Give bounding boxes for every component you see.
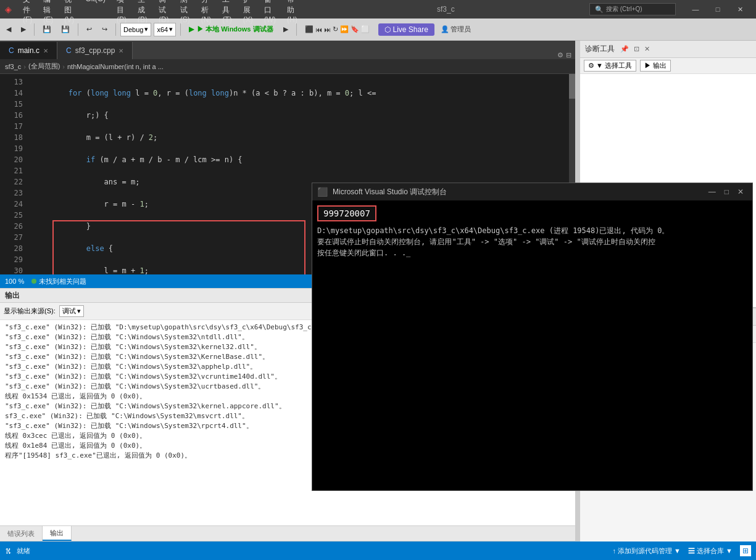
select-repo-btn[interactable]: ☰ 选择合库 ▼ — [688, 546, 733, 556]
console-line-1: D:\mysetup\gopath\src\dsy\sf3_c\x64\Debu… — [317, 225, 747, 236]
debug-icon-1[interactable]: ⬛ — [305, 25, 314, 33]
menu-help[interactable]: 帮助(H) — [282, 0, 302, 25]
title-bar: ◈ 文件(F) 编辑(E) 视图(V) Git(G) 项目(P) 生成(B) 调… — [0, 0, 756, 19]
minimize-button[interactable]: — — [684, 0, 707, 19]
toolbar-forward[interactable]: ▶ — [17, 24, 30, 35]
menu-file[interactable]: 文件(F) — [18, 0, 37, 25]
menu-analyze[interactable]: 分析(N) — [196, 0, 217, 25]
menu-git[interactable]: Git(G) — [80, 0, 110, 25]
chevron-down-icon: ▾ — [169, 25, 173, 33]
debug-config-dropdown[interactable]: Debug ▾ — [120, 23, 151, 36]
path-sep-2: › — [62, 63, 65, 70]
debug-icon-5[interactable]: ⏩ — [340, 25, 349, 33]
tab-error-list[interactable]: 错误列表 — [0, 526, 43, 541]
console-title: Microsoft Visual Studio 调试控制台 — [333, 187, 447, 197]
tab-close-icon-2[interactable]: ✕ — [118, 47, 123, 54]
toolbar-extra-1[interactable]: ▶ — [280, 24, 292, 35]
menu-window[interactable]: 窗口(W) — [259, 0, 281, 25]
panel-buttons: 📌 ⊡ ✕ — [618, 44, 652, 54]
file-icon-cpp: C — [66, 46, 72, 55]
console-maximize-button[interactable]: □ — [721, 187, 733, 196]
status-indicator — [31, 279, 36, 284]
live-share-label: Live Share — [393, 25, 428, 34]
app-icon: ◈ — [5, 4, 12, 14]
settings-icon[interactable]: ⚙ — [557, 51, 563, 59]
toolbar-redo[interactable]: ↪ — [98, 24, 111, 35]
tab-bar: C main.c ✕ C sf3_cpp.cpp ✕ ⚙ ⊟ — [0, 41, 575, 59]
tab-actions: ⚙ ⊟ — [554, 51, 575, 59]
menu-project[interactable]: 项目(P) — [112, 0, 131, 25]
close-panel-icon[interactable]: ✕ — [642, 44, 652, 54]
console-titlebar: ⬛ Microsoft Visual Studio 调试控制台 — □ ✕ — [312, 183, 752, 200]
zoom-level[interactable]: 100 % — [5, 278, 24, 285]
path-scope[interactable]: (全局范围) — [28, 62, 60, 71]
no-issues-text: 未找到相关问题 — [39, 277, 86, 286]
gear-icon: ⚙ — [588, 62, 594, 70]
console-minimize-button[interactable]: — — [705, 187, 720, 196]
pin-icon[interactable]: 📌 — [618, 44, 631, 54]
menu-extensions[interactable]: 扩展(X) — [238, 0, 258, 25]
console-line-3: 按任意键关闭此窗口. . ._ — [317, 247, 747, 258]
float-icon[interactable]: ⊡ — [632, 44, 641, 54]
search-icon: 🔍 — [595, 6, 604, 14]
close-button[interactable]: ✕ — [729, 0, 751, 19]
console-close-button[interactable]: ✕ — [734, 187, 747, 196]
sep-4 — [180, 23, 181, 36]
sep-3 — [115, 23, 116, 36]
debug-icon-7[interactable]: ⬜ — [361, 25, 370, 33]
menu-build[interactable]: 生成(B) — [133, 0, 152, 25]
menu-edit[interactable]: 编辑(E) — [38, 0, 58, 25]
window-title: sf3_c — [306, 5, 586, 14]
menu-view[interactable]: 视图(V) — [59, 0, 79, 25]
debug-config-value: Debug — [123, 26, 143, 33]
output-btn[interactable]: ▶ 输出 — [640, 60, 671, 72]
live-share-button[interactable]: ⬡ Live Share — [378, 23, 434, 36]
toolbar-extra-icons: ⬛ ⏮ ⏭ ↻ ⏩ 🔖 ⬜ — [301, 24, 373, 35]
toolbar-undo[interactable]: ↩ — [83, 24, 96, 35]
user-button[interactable]: 👤 管理员 — [437, 23, 475, 35]
tab-close-icon[interactable]: ✕ — [43, 47, 48, 54]
debug-icon-3[interactable]: ⏭ — [324, 26, 331, 33]
scrollbar-thumb[interactable] — [569, 74, 575, 99]
line-numbers: 13 14 15 16 17 18 19 20 21 22 23 24 25 2… — [0, 74, 28, 274]
console-line-2: 要在调试停止时自动关闭控制台, 请启用"工具" -> "选项" -> "调试" … — [317, 236, 747, 247]
menu-tools[interactable]: 工具(T) — [217, 0, 236, 25]
run-button[interactable]: ▶ ▶ 本地 Windows 调试器 — [185, 23, 276, 35]
ready-text: 就绪 — [17, 546, 30, 556]
console-result-value: 999720007 — [323, 208, 370, 218]
search-box[interactable]: 🔍 搜索 (Ctrl+Q) — [589, 3, 676, 15]
output-source-dropdown[interactable]: 调试 ▾ — [59, 305, 84, 317]
path-project[interactable]: sf3_c — [5, 63, 21, 70]
diagnostics-title: 诊断工具 — [585, 44, 615, 54]
search-placeholder: 搜索 (Ctrl+Q) — [606, 5, 642, 14]
tab-output[interactable]: 输出 — [43, 526, 72, 541]
sep-5 — [296, 23, 297, 36]
menu-test[interactable]: 测试(S) — [175, 0, 195, 25]
chevron-down-icon: ▾ — [144, 25, 148, 33]
debug-icon-4[interactable]: ↻ — [333, 25, 338, 33]
file-icon: C — [9, 46, 14, 55]
toolbar-saveas[interactable]: 💾 — [57, 24, 73, 35]
path-bar: sf3_c › (全局范围) › nthMagicalNumber(int n,… — [0, 59, 575, 74]
select-tool-btn[interactable]: ⚙ ▼ 选择工具 — [584, 60, 636, 72]
tab-sf3-cpp[interactable]: C sf3_cpp.cpp ✕ — [57, 42, 133, 59]
maximize-button[interactable]: □ — [707, 0, 729, 19]
toolbar-back[interactable]: ◀ — [2, 24, 15, 35]
add-source-btn[interactable]: ↑ 添加到源代码管理 ▼ — [613, 546, 681, 556]
sep-2 — [78, 23, 78, 36]
console-modal: ⬛ Microsoft Visual Studio 调试控制台 — □ ✕ 99… — [312, 183, 753, 491]
debug-icon-6[interactable]: 🔖 — [351, 25, 359, 33]
split-icon[interactable]: ⊟ — [566, 51, 571, 59]
diagnostics-titlebar: 诊断工具 📌 ⊡ ✕ — [580, 41, 756, 58]
menu-debug[interactable]: 调试(D) — [154, 0, 174, 25]
arch-dropdown[interactable]: x64 ▾ — [154, 23, 176, 36]
debug-icon-2[interactable]: ⏮ — [315, 26, 322, 33]
tab-main-c[interactable]: C main.c ✕ — [0, 42, 57, 59]
diagnostics-toolbar: ⚙ ▼ 选择工具 ▶ 输出 — [580, 58, 756, 74]
toolbar-save[interactable]: 💾 — [39, 24, 55, 35]
path-function[interactable]: nthMagicalNumber(int n, int a ... — [67, 63, 164, 70]
user-icon: 👤 — [441, 25, 449, 33]
menu-bar: 文件(F) 编辑(E) 视图(V) Git(G) 项目(P) 生成(B) 调试(… — [18, 0, 302, 25]
console-result-box: 999720007 — [317, 205, 376, 221]
dropdown-arrow-icon: ▾ — [77, 307, 81, 315]
